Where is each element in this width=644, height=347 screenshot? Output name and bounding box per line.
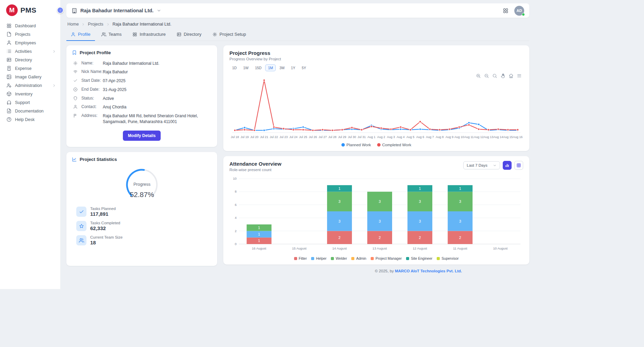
svg-text:3: 3 xyxy=(419,219,421,223)
tab-teams[interactable]: Teams xyxy=(97,29,126,41)
sidebar-item-expense[interactable]: Expense xyxy=(0,64,60,73)
sidebar-item-image-gallery[interactable]: Image Gallery xyxy=(0,73,60,81)
table-view-button[interactable] xyxy=(514,161,523,170)
pan-icon[interactable] xyxy=(500,73,505,78)
sidebar-item-projects[interactable]: Projects xyxy=(0,30,60,39)
svg-text:Aug 6: Aug 6 xyxy=(416,135,424,139)
attendance-bar-chart: 024681011116 August15 August233114 Augus… xyxy=(229,175,523,255)
range-button-5y[interactable]: 5Y xyxy=(299,64,309,71)
legend-marker xyxy=(341,143,345,147)
svg-text:13 August: 13 August xyxy=(372,246,387,250)
logo-mark: M xyxy=(6,4,18,16)
user-icon xyxy=(73,105,81,109)
svg-text:16 August: 16 August xyxy=(252,246,267,250)
company-selector[interactable]: Raja Bahadur International Ltd. xyxy=(71,8,161,14)
svg-text:3: 3 xyxy=(459,219,461,223)
legend-item-admin[interactable]: Admin xyxy=(351,256,366,260)
modify-details-button[interactable]: Modify Details xyxy=(123,131,161,141)
card-header: Project Statistics xyxy=(72,157,212,162)
legend-item-project-manager[interactable]: Project Manager xyxy=(371,256,402,260)
sidebar-item-support[interactable]: Support xyxy=(0,98,60,107)
breadcrumb-separator-icon xyxy=(106,22,110,26)
range-button-3m[interactable]: 3M xyxy=(277,64,287,71)
breadcrumb-item-projects[interactable]: Projects xyxy=(88,22,103,27)
svg-text:2: 2 xyxy=(379,236,381,240)
legend-item-supervisor[interactable]: Supervisor xyxy=(437,256,458,260)
tab-profile[interactable]: Profile xyxy=(66,29,95,41)
profile-fields: Name:Raja Bahadur International Ltd.Nick… xyxy=(72,59,212,126)
sidebar-collapse-button[interactable] xyxy=(57,7,64,14)
legend-item-planned-work[interactable]: Planned Work xyxy=(341,143,371,147)
attendance-range-select[interactable]: Last 7 Days xyxy=(463,161,500,169)
bar-view-button[interactable] xyxy=(503,161,512,170)
file-text-icon xyxy=(6,108,12,114)
range-button-1y[interactable]: 1Y xyxy=(288,64,298,71)
profile-field-name: Name:Raja Bahadur International Ltd. xyxy=(72,59,212,68)
range-button-1d[interactable]: 1D xyxy=(229,64,239,71)
tab-directory[interactable]: Directory xyxy=(172,29,206,41)
user-avatar[interactable]: AD xyxy=(514,6,524,16)
legend-item-site-engineer[interactable]: Site Engineer xyxy=(406,256,432,260)
svg-text:0: 0 xyxy=(235,242,237,246)
sidebar-item-activities[interactable]: Activities xyxy=(0,47,60,56)
sidebar-item-administration[interactable]: Administration xyxy=(0,81,60,90)
range-button-1m[interactable]: 1M xyxy=(265,64,276,71)
app-logo[interactable]: M PMS xyxy=(0,0,60,20)
contact-icon xyxy=(6,57,12,62)
legend-item-completed-work[interactable]: Completed Work xyxy=(377,143,411,147)
range-button-15d[interactable]: 15D xyxy=(252,64,264,71)
sidebar-item-employees[interactable]: Employees xyxy=(0,39,60,47)
legend-item-helper[interactable]: Helper xyxy=(311,256,326,260)
svg-text:Aug 1: Aug 1 xyxy=(367,135,375,139)
sidebar-item-documentation[interactable]: Documentation xyxy=(0,107,60,115)
breadcrumb-item-home[interactable]: Home xyxy=(67,22,79,27)
svg-text:15 August: 15 August xyxy=(292,246,307,250)
legend-item-fitter[interactable]: Fitter xyxy=(294,256,307,260)
svg-text:Aug 10: Aug 10 xyxy=(454,135,464,139)
avatar-initials: AD xyxy=(517,9,522,13)
stat-item-current-team-size: Current Team Size18 xyxy=(76,235,212,245)
zoom-selection-icon[interactable] xyxy=(492,73,497,78)
apps-grid-icon[interactable] xyxy=(503,8,509,14)
home-icon[interactable] xyxy=(509,73,514,78)
sidebar-item-dashboard[interactable]: Dashboard xyxy=(0,21,60,30)
footer-link[interactable]: MARCO AIoT Technologies Pvt. Ltd. xyxy=(395,269,462,273)
profile-field-nick-name: Nick Name:Raja Bahadur xyxy=(72,68,212,77)
tab-infrastructure[interactable]: Infrastructure xyxy=(128,29,170,41)
bookmark-icon xyxy=(72,50,77,55)
profile-field-value: Raja Bahadur Mill Rd, behind Sheraton Gr… xyxy=(103,113,210,125)
online-status-dot xyxy=(522,13,525,16)
svg-text:Aug 7: Aug 7 xyxy=(426,135,434,139)
svg-text:Aug 15: Aug 15 xyxy=(503,135,513,139)
sidebar-item-label: Image Gallery xyxy=(15,75,42,79)
project-profile-card: Project Profile Name:Raja Bahadur Intern… xyxy=(66,45,217,147)
menu-icon[interactable] xyxy=(517,73,522,78)
legend-item-welder[interactable]: Welder xyxy=(331,256,347,260)
list-icon xyxy=(6,49,12,54)
card-title: Project Profile xyxy=(80,50,111,55)
profile-field-value: Raja Bahadur International Ltd. xyxy=(103,61,210,66)
svg-text:Aug 5: Aug 5 xyxy=(406,135,415,139)
card-subtitle: Progress Overview by Project xyxy=(229,57,523,61)
sidebar-item-label: Dashboard xyxy=(15,24,36,28)
sidebar-item-help-desk[interactable]: Help Desk xyxy=(0,115,60,124)
user-icon xyxy=(71,32,76,37)
bar-chart-legend: FitterHelperWelderAdminProject ManagerSi… xyxy=(229,255,523,262)
range-button-1w[interactable]: 1W xyxy=(240,64,251,71)
svg-text:Jul 19: Jul 19 xyxy=(241,135,249,139)
svg-text:Jul 30: Jul 30 xyxy=(348,135,356,139)
stat-value: 62,332 xyxy=(90,225,120,231)
svg-text:3: 3 xyxy=(338,199,340,203)
zoom-in-icon[interactable] xyxy=(476,73,481,78)
sidebar-item-inventory[interactable]: Inventory xyxy=(0,90,60,98)
tab-label: Project Setup xyxy=(220,32,246,37)
stat-value: 117,891 xyxy=(90,211,116,217)
card-title: Attendance Overview xyxy=(229,161,281,167)
sidebar-item-directory[interactable]: Directory xyxy=(0,56,60,64)
svg-text:1: 1 xyxy=(258,226,260,230)
zoom-out-icon[interactable] xyxy=(484,73,489,78)
sidebar-item-label: Activities xyxy=(15,49,32,54)
tab-project-setup[interactable]: Project Setup xyxy=(208,29,251,41)
svg-text:Aug 16: Aug 16 xyxy=(513,135,523,139)
project-progress-card: Project Progress Progress Overview by Pr… xyxy=(223,45,529,151)
